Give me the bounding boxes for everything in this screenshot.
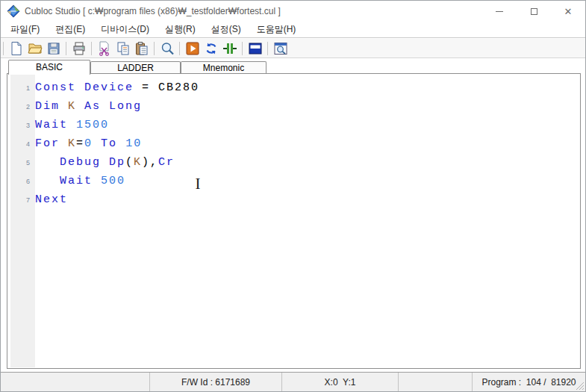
- menu-file[interactable]: 파일(F): [8, 22, 42, 37]
- toolbar-separator: [154, 42, 155, 55]
- status-program-size-text: Program : 104 / 81920: [481, 377, 576, 388]
- menu-settings[interactable]: 설정(S): [209, 22, 243, 37]
- maximize-icon: [531, 8, 537, 15]
- code-text: Const Device = CB280: [35, 81, 199, 94]
- run-button[interactable]: [183, 40, 202, 57]
- menu-bar: 파일(F) 편집(E) 디바이스(D) 실행(R) 설정(S) 도움말(H): [1, 22, 585, 38]
- debug-window-icon: [248, 41, 263, 56]
- maximize-button[interactable]: [517, 1, 551, 22]
- tab-mnemonic[interactable]: Mnemonic: [181, 61, 266, 74]
- run-play-icon: [185, 41, 200, 56]
- preview-magnifier-icon: [273, 41, 288, 56]
- status-firmware-id: F/W Id : 6171689: [150, 373, 282, 391]
- status-cursor-position: X:0 Y:1: [282, 373, 399, 391]
- print-preview-button[interactable]: [271, 40, 290, 57]
- code-lines: 1Const Device = CB2802Dim K As Long3Wait…: [7, 78, 580, 209]
- line-number: 1: [7, 84, 35, 92]
- copy-button[interactable]: [113, 40, 132, 57]
- save-file-button[interactable]: [44, 40, 63, 57]
- code-text: Wait 500: [35, 175, 125, 187]
- toolbar-separator: [242, 42, 243, 55]
- status-program-size: Program : 104 / 81920: [473, 373, 585, 391]
- toolbar-separator: [91, 42, 92, 55]
- open-file-button[interactable]: [25, 40, 44, 57]
- reset-button[interactable]: [202, 40, 220, 57]
- tab-ladder[interactable]: LADDER: [90, 61, 181, 74]
- menu-device[interactable]: 디바이스(D): [99, 22, 152, 37]
- code-text: Dim K As Long: [35, 100, 142, 113]
- copy-icon: [116, 41, 131, 56]
- code-text: For K=0 To 10: [35, 137, 142, 150]
- code-text: Debug Dp(K),Cr: [35, 156, 175, 169]
- menu-edit[interactable]: 편집(E): [53, 22, 87, 37]
- print-button[interactable]: [69, 40, 88, 57]
- print-icon: [72, 41, 87, 56]
- cut-button[interactable]: [95, 40, 113, 57]
- paste-clipboard-icon: [134, 41, 149, 56]
- code-editor[interactable]: 1Const Device = CB2802Dim K As Long3Wait…: [7, 73, 581, 369]
- status-bar: F/W Id : 6171689 X:0 Y:1 Program : 104 /…: [1, 372, 585, 391]
- new-file-button[interactable]: [7, 40, 25, 57]
- line-number: 6: [7, 178, 35, 185]
- status-section-empty: [1, 373, 150, 391]
- resize-grip[interactable]: [575, 381, 585, 391]
- toolbar-separator: [66, 42, 66, 55]
- ladder-contact-icon: [222, 41, 237, 56]
- line-number: 3: [7, 122, 35, 129]
- minimize-icon: [496, 11, 503, 12]
- ladder-monitor-button[interactable]: [220, 40, 239, 57]
- save-floppy-icon: [46, 41, 61, 56]
- code-line[interactable]: 4For K=0 To 10: [7, 134, 580, 153]
- code-line[interactable]: 3Wait 1500: [7, 116, 580, 134]
- close-icon: ✕: [564, 7, 573, 16]
- app-logo-icon: [7, 4, 20, 18]
- find-button[interactable]: [158, 40, 176, 57]
- code-text: Next: [35, 193, 68, 206]
- close-button[interactable]: ✕: [551, 1, 585, 22]
- status-section-empty: [399, 373, 473, 391]
- code-text: Wait 1500: [35, 119, 109, 131]
- code-line[interactable]: 6 Wait 500: [7, 172, 580, 190]
- debug-terminal-button[interactable]: [246, 40, 264, 57]
- toolbar-grip: [3, 42, 4, 55]
- window-title: Cubloc Studio [ c:₩program files (x86)₩_…: [25, 6, 281, 16]
- code-line[interactable]: 1Const Device = CB280: [7, 78, 580, 97]
- minimize-button[interactable]: [482, 1, 517, 22]
- toolbar-separator: [267, 42, 268, 55]
- new-file-icon: [9, 41, 24, 56]
- code-line[interactable]: 7Next: [7, 190, 580, 209]
- editor-tabs: BASIC LADDER Mnemonic: [1, 58, 585, 74]
- line-number: 4: [7, 140, 35, 148]
- tab-basic[interactable]: BASIC: [8, 60, 90, 75]
- reset-refresh-icon: [204, 41, 219, 56]
- code-line[interactable]: 2Dim K As Long: [7, 97, 580, 116]
- open-folder-icon: [28, 41, 43, 56]
- line-number: 7: [7, 196, 35, 204]
- toolbar-separator: [179, 42, 180, 55]
- line-number: 2: [7, 103, 35, 111]
- cubloc-studio-window: Cubloc Studio [ c:₩program files (x86)₩_…: [0, 0, 586, 392]
- title-bar: Cubloc Studio [ c:₩program files (x86)₩_…: [1, 1, 585, 22]
- menu-run[interactable]: 실행(R): [163, 22, 198, 37]
- menu-help[interactable]: 도움말(H): [255, 22, 299, 37]
- code-line[interactable]: 5 Debug Dp(K),Cr: [7, 153, 580, 172]
- toolbar: [1, 39, 585, 58]
- window-controls: ✕: [482, 1, 585, 22]
- line-number: 5: [7, 159, 35, 167]
- search-icon: [160, 41, 175, 56]
- paste-button[interactable]: [132, 40, 151, 57]
- cut-scissors-icon: [97, 41, 112, 56]
